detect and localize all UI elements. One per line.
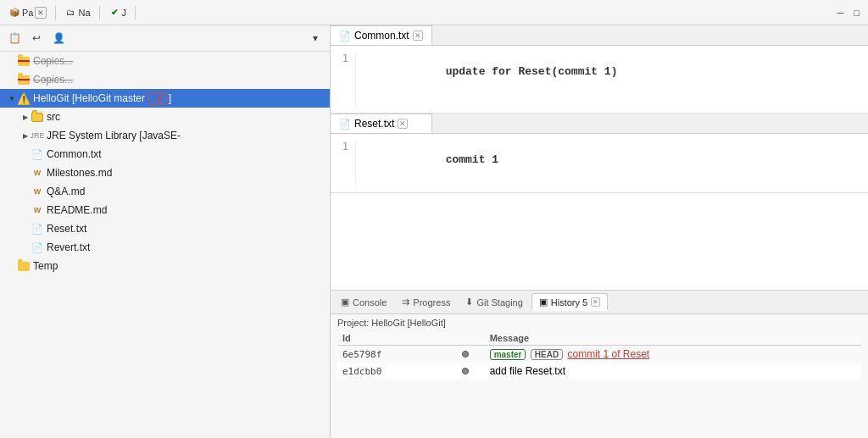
main-layout: 📋 ↩ 👤 ▾ Copies... bbox=[0, 25, 868, 438]
sep1 bbox=[55, 6, 56, 19]
src-item[interactable]: ▶ src bbox=[0, 108, 330, 126]
minimize-btn[interactable]: ─ bbox=[834, 6, 848, 19]
milestones-item[interactable]: W Milestones.md bbox=[0, 164, 330, 182]
maximize-icon: □ bbox=[854, 8, 860, 18]
na-label: Na bbox=[78, 8, 90, 18]
qanda-item[interactable]: W Q&A.md bbox=[0, 182, 330, 201]
reset-txt-editor: 📄 Reset.txt ✕ 1 commit 1 bbox=[331, 114, 868, 193]
line-numbers: 1 bbox=[331, 141, 356, 186]
history-tab-close[interactable]: ✕ bbox=[591, 297, 600, 307]
item-label: Copies... bbox=[33, 74, 73, 86]
revert-txt-item[interactable]: 📄 Revert.txt bbox=[0, 238, 330, 257]
code-line: update for Reset(commit 1) bbox=[446, 65, 618, 78]
spacer bbox=[20, 242, 31, 252]
tab-history[interactable]: ▣ History 5 ✕ bbox=[531, 293, 608, 311]
maximize-btn[interactable]: □ bbox=[850, 6, 863, 19]
message-cell: master HEAD commit 1 of Reset bbox=[485, 346, 861, 363]
list-item[interactable]: Copies... bbox=[0, 70, 330, 89]
editor-area: 📄 Common.txt ✕ 1 update for Reset(commit… bbox=[331, 25, 868, 290]
right-panel: 📄 Common.txt ✕ 1 update for Reset(commit… bbox=[331, 25, 868, 438]
src-folder-icon bbox=[31, 110, 44, 124]
commit-message: add file Reset.txt bbox=[490, 365, 565, 377]
folder-icon bbox=[17, 54, 31, 68]
top-toolbar: 📦 Pa ✕ 🗂 Na ✔ J ─ □ bbox=[0, 0, 868, 25]
temp-folder-item[interactable]: Temp bbox=[0, 257, 330, 275]
reset-txt-code-editor: 1 commit 1 bbox=[331, 134, 868, 193]
common-txt-tab-close[interactable]: ✕ bbox=[413, 30, 423, 41]
common-txt-label: Common.txt bbox=[47, 148, 102, 160]
src-label: src bbox=[47, 111, 60, 123]
reset-txt-label: Reset.txt bbox=[47, 223, 86, 235]
hellogit-project-item[interactable]: ▼ ⚠️ HelloGit [HelloGit master ↓2 ] bbox=[0, 89, 330, 108]
txt-file-icon: 📄 bbox=[31, 147, 44, 161]
history-table: Id Message 6e5798f bbox=[337, 331, 861, 380]
package-icon: 📦 bbox=[8, 7, 20, 19]
pa-close[interactable]: ✕ bbox=[35, 7, 47, 19]
project-label: Project: HelloGit [HelloGit] bbox=[337, 318, 861, 328]
table-row[interactable]: 6e5798f master HEAD commit 1 of Reset bbox=[337, 346, 861, 363]
sep3 bbox=[135, 6, 136, 19]
tree-expand-arrow: ▶ bbox=[20, 112, 31, 122]
common-txt-item[interactable]: 📄 Common.txt bbox=[0, 145, 330, 164]
spacer bbox=[20, 168, 31, 178]
copy-btn[interactable]: 📋 bbox=[5, 29, 24, 47]
progress-icon: ⇉ bbox=[402, 297, 409, 308]
console-label: Console bbox=[353, 297, 387, 308]
tab-progress[interactable]: ⇉ Progress bbox=[395, 294, 457, 310]
txt-file-icon: 📄 bbox=[31, 241, 44, 254]
readme-item[interactable]: W README.md bbox=[0, 201, 330, 219]
code-content[interactable]: commit 1 bbox=[356, 141, 509, 186]
list-item[interactable]: Copies... bbox=[0, 52, 330, 70]
pa-label: Pa bbox=[22, 8, 33, 18]
code-content[interactable]: update for Reset(commit 1) bbox=[356, 53, 627, 106]
graph-column-header bbox=[447, 331, 484, 346]
commit-id-cell: 6e5798f bbox=[337, 346, 447, 363]
message-cell: add file Reset.txt bbox=[485, 363, 861, 380]
spacer bbox=[20, 186, 31, 197]
spacer bbox=[20, 149, 31, 159]
graph-cell bbox=[447, 363, 484, 380]
commit-id: 6e5798f bbox=[342, 349, 381, 360]
history-icon: ▣ bbox=[539, 297, 548, 308]
console-icon: ▣ bbox=[341, 297, 349, 308]
id-column-header: Id bbox=[337, 331, 447, 346]
table-header-row: Id Message bbox=[337, 331, 861, 346]
jre-item[interactable]: ▶ JRE JRE System Library [JavaSE- bbox=[0, 126, 330, 145]
history-label: History 5 bbox=[551, 297, 587, 308]
staging-label: Git Staging bbox=[476, 297, 522, 308]
line-number: 1 bbox=[331, 141, 348, 152]
sidebar: 📋 ↩ 👤 ▾ Copies... bbox=[0, 25, 331, 438]
md-icon: W bbox=[31, 203, 44, 217]
graph-cell bbox=[447, 346, 484, 363]
reset-txt-tab[interactable]: 📄 Reset.txt ✕ bbox=[331, 114, 432, 133]
revert-txt-label: Revert.txt bbox=[47, 241, 90, 253]
sidebar-toolbar: 📋 ↩ 👤 ▾ bbox=[0, 25, 330, 52]
na-tab[interactable]: 🗂 Na bbox=[61, 5, 93, 20]
message-column-header: Message bbox=[485, 331, 861, 346]
more-btn[interactable]: ▾ bbox=[306, 29, 325, 47]
temp-folder-icon bbox=[17, 259, 31, 273]
pa-tab[interactable]: 📦 Pa ✕ bbox=[5, 5, 50, 20]
readme-label: README.md bbox=[47, 204, 107, 216]
tab-console[interactable]: ▣ Console bbox=[334, 294, 393, 310]
j-icon: ✔ bbox=[108, 7, 120, 19]
commit-dot bbox=[462, 368, 469, 374]
line-numbers: 1 bbox=[331, 53, 356, 106]
qanda-label: Q&A.md bbox=[47, 186, 85, 197]
table-row[interactable]: e1dcbb0 add file Reset.txt bbox=[337, 363, 861, 380]
commit-id-cell: e1dcbb0 bbox=[337, 363, 447, 380]
bottom-panel: ▣ Console ⇉ Progress ⬇ Git Staging ▣ His… bbox=[331, 290, 868, 438]
tab-git-staging[interactable]: ⬇ Git Staging bbox=[459, 294, 529, 310]
tree-expand-arrow bbox=[7, 56, 17, 66]
tree-expand-arrow bbox=[7, 261, 17, 271]
common-txt-tab[interactable]: 📄 Common.txt ✕ bbox=[331, 25, 432, 45]
file-tree: Copies... Copies... ▼ ⚠️ bbox=[0, 52, 330, 438]
ghost-btn[interactable]: 👤 bbox=[49, 29, 68, 47]
reset-txt-tab-label: Reset.txt bbox=[354, 118, 394, 130]
reset-txt-tab-close[interactable]: ✕ bbox=[398, 119, 408, 129]
j-tab[interactable]: ✔ J bbox=[105, 5, 131, 20]
history-content: Project: HelloGit [HelloGit] Id Message bbox=[331, 314, 868, 438]
back-btn[interactable]: ↩ bbox=[27, 29, 46, 47]
reset-txt-item[interactable]: 📄 Reset.txt bbox=[0, 219, 330, 238]
tree-expand-arrow bbox=[7, 75, 17, 85]
